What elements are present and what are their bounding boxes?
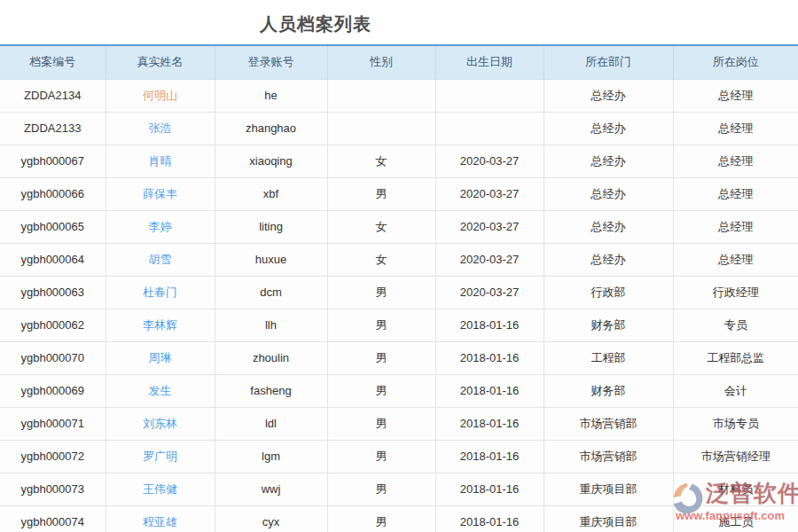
employee-name-link[interactable]: 薛保丰 xyxy=(143,187,177,200)
table-row[interactable]: ZDDA2134 何明山 he 总经办 总经理 xyxy=(0,79,798,112)
table-body: ZDDA2134 何明山 he 总经办 总经理 ZDDA2133 张浩 zhan… xyxy=(0,79,798,532)
col-header-position: 所在岗位 xyxy=(673,45,798,79)
cell-gender: 男 xyxy=(327,473,435,505)
cell-position: 施工员 xyxy=(673,505,798,532)
cell-real-name: 张浩 xyxy=(106,112,215,145)
employee-name-link[interactable]: 刘东林 xyxy=(143,417,177,430)
table-row[interactable]: ygbh000071 刘东林 ldl 男 2018-01-16 市场营销部 市场… xyxy=(0,407,798,440)
cell-department: 行政部 xyxy=(544,276,673,309)
cell-account: xiaoqing xyxy=(215,145,327,177)
cell-real-name: 罗广明 xyxy=(106,440,215,473)
employee-name-link[interactable]: 程亚雄 xyxy=(143,515,177,528)
cell-real-name: 薛保丰 xyxy=(106,177,215,210)
cell-gender: 男 xyxy=(327,407,435,440)
cell-position: 专员 xyxy=(673,309,798,341)
table-row[interactable]: ygbh000074 程亚雄 cyx 男 2018-01-16 重庆项目部 施工… xyxy=(0,505,798,532)
cell-position: 总经理 xyxy=(673,145,798,177)
cell-file-no: ygbh000067 xyxy=(0,145,106,177)
table-row[interactable]: ygbh000064 胡雪 huxue 女 2020-03-27 总经办 总经理 xyxy=(0,243,798,276)
employee-name-link[interactable]: 杜春门 xyxy=(143,286,177,299)
cell-birth-date: 2020-03-27 xyxy=(435,177,544,210)
cell-department: 总经办 xyxy=(544,243,673,276)
cell-file-no: ygbh000066 xyxy=(0,177,106,210)
cell-department: 总经办 xyxy=(544,177,673,210)
cell-gender: 女 xyxy=(327,243,435,276)
table-row[interactable]: ygbh000062 李林辉 llh 男 2018-01-16 财务部 专员 xyxy=(0,309,798,341)
cell-birth-date: 2018-01-16 xyxy=(435,407,544,440)
table-row[interactable]: ygbh000066 薛保丰 xbf 男 2020-03-27 总经办 总经理 xyxy=(0,177,798,210)
cell-account: fasheng xyxy=(215,374,327,407)
employee-name-link[interactable]: 何明山 xyxy=(143,89,177,102)
cell-account: lgm xyxy=(215,440,327,473)
cell-real-name: 刘东林 xyxy=(106,407,215,440)
cell-department: 总经办 xyxy=(544,79,673,112)
employee-name-link[interactable]: 胡雪 xyxy=(149,253,172,266)
cell-file-no: ygbh000072 xyxy=(0,440,106,473)
personnel-table: 档案编号 真实姓名 登录账号 性别 出生日期 所在部门 所在岗位 ZDDA213… xyxy=(0,44,798,532)
cell-department: 工程部 xyxy=(544,341,673,374)
cell-position: 总经理 xyxy=(673,210,798,243)
col-header-gender: 性别 xyxy=(327,45,435,79)
cell-gender: 男 xyxy=(327,440,435,473)
cell-birth-date: 2020-03-27 xyxy=(435,210,544,243)
cell-birth-date: 2018-01-16 xyxy=(435,309,544,341)
page-title: 人员档案列表 xyxy=(0,12,631,36)
cell-gender: 女 xyxy=(327,210,435,243)
cell-position: 总经理 xyxy=(673,79,798,112)
cell-position: 总经理 xyxy=(673,177,798,210)
cell-department: 财务部 xyxy=(544,374,673,407)
cell-gender: 男 xyxy=(327,505,435,532)
cell-file-no: ygbh000063 xyxy=(0,276,106,309)
cell-birth-date: 2018-01-16 xyxy=(435,341,544,374)
table-row[interactable]: ygbh000063 杜春门 dcm 男 2020-03-27 行政部 行政经理 xyxy=(0,276,798,309)
table-row[interactable]: ygbh000070 周琳 zhoulin 男 2018-01-16 工程部 工… xyxy=(0,341,798,374)
table-row[interactable]: ygbh000067 肖晴 xiaoqing 女 2020-03-27 总经办 … xyxy=(0,145,798,177)
employee-name-link[interactable]: 发生 xyxy=(149,384,172,397)
cell-real-name: 杜春门 xyxy=(106,276,215,309)
cell-file-no: ygbh000062 xyxy=(0,309,106,341)
cell-account: xbf xyxy=(215,177,327,210)
cell-real-name: 李婷 xyxy=(106,210,215,243)
cell-account: he xyxy=(215,79,327,112)
cell-real-name: 李林辉 xyxy=(106,309,215,341)
cell-real-name: 发生 xyxy=(106,374,215,407)
cell-account: huxue xyxy=(215,243,327,276)
col-header-real-name: 真实姓名 xyxy=(106,45,215,79)
col-header-birth-date: 出生日期 xyxy=(435,45,544,79)
cell-birth-date: 2020-03-27 xyxy=(435,145,544,177)
cell-file-no: ygbh000069 xyxy=(0,374,106,407)
col-header-department: 所在部门 xyxy=(544,45,673,79)
cell-position: 行政经理 xyxy=(673,276,798,309)
table-row[interactable]: ygbh000072 罗广明 lgm 男 2018-01-16 市场营销部 市场… xyxy=(0,440,798,473)
cell-gender: 男 xyxy=(327,177,435,210)
cell-position: 市场专员 xyxy=(673,407,798,440)
cell-account: cyx xyxy=(215,505,327,532)
employee-name-link[interactable]: 周琳 xyxy=(149,351,172,364)
table-row[interactable]: ygbh000069 发生 fasheng 男 2018-01-16 财务部 会… xyxy=(0,374,798,407)
cell-real-name: 王伟健 xyxy=(106,473,215,505)
cell-real-name: 胡雪 xyxy=(106,243,215,276)
cell-department: 重庆项目部 xyxy=(544,473,673,505)
employee-name-link[interactable]: 张浩 xyxy=(149,121,172,135)
cell-account: zhanghao xyxy=(215,112,327,145)
cell-file-no: ZDDA2134 xyxy=(0,79,106,112)
cell-department: 市场营销部 xyxy=(544,440,673,473)
cell-file-no: ygbh000064 xyxy=(0,243,106,276)
employee-name-link[interactable]: 肖晴 xyxy=(149,154,172,168)
employee-name-link[interactable]: 王伟健 xyxy=(143,482,177,496)
cell-position: 市场营销经理 xyxy=(673,440,798,473)
cell-gender: 男 xyxy=(327,309,435,341)
employee-name-link[interactable]: 罗广明 xyxy=(143,450,177,463)
employee-name-link[interactable]: 李林辉 xyxy=(143,318,177,332)
cell-department: 总经办 xyxy=(544,210,673,243)
cell-real-name: 何明山 xyxy=(106,79,215,112)
cell-birth-date: 2018-01-16 xyxy=(435,505,544,532)
employee-name-link[interactable]: 李婷 xyxy=(149,220,172,233)
table-row[interactable]: ZDDA2133 张浩 zhanghao 总经办 总经理 xyxy=(0,112,798,145)
table-row[interactable]: ygbh000073 王伟健 wwj 男 2018-01-16 重庆项目部 材料… xyxy=(0,473,798,505)
cell-account: dcm xyxy=(215,276,327,309)
cell-account: ldl xyxy=(215,407,327,440)
table-header: 档案编号 真实姓名 登录账号 性别 出生日期 所在部门 所在岗位 xyxy=(0,45,798,79)
cell-position: 材料员 xyxy=(673,473,798,505)
table-row[interactable]: ygbh000065 李婷 liting 女 2020-03-27 总经办 总经… xyxy=(0,210,798,243)
